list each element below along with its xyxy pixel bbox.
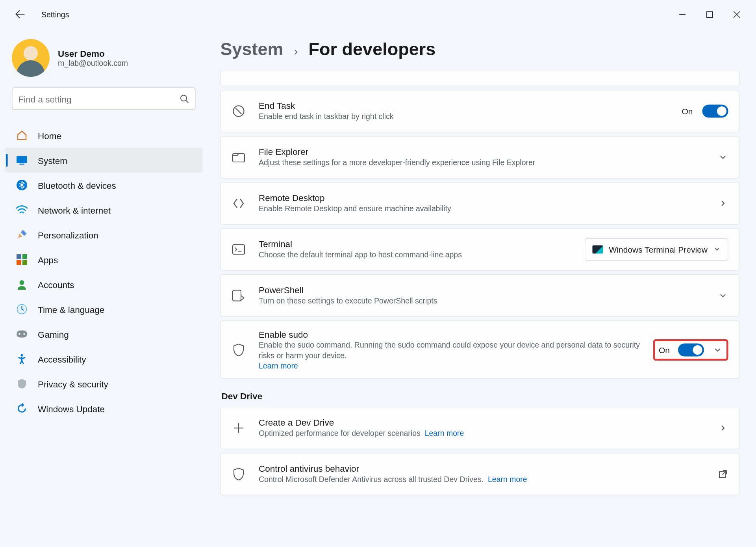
nav-label: Home	[38, 130, 61, 141]
card-file-explorer[interactable]: File Explorer Adjust these settings for …	[220, 136, 740, 179]
breadcrumb-separator: ›	[294, 45, 298, 58]
window-controls	[669, 5, 750, 24]
chevron-down-icon	[713, 246, 721, 253]
sudo-toggle-highlight: On	[653, 339, 728, 361]
minimize-button[interactable]	[669, 5, 696, 24]
card-subtitle: Enable the sudo command. Running the sud…	[259, 340, 653, 362]
card-subtitle: Choose the default terminal app to host …	[259, 249, 585, 260]
nav-label: Apps	[38, 255, 58, 265]
breadcrumb-current: For developers	[309, 39, 436, 59]
nav-accounts[interactable]: Accounts	[5, 272, 203, 297]
system-icon	[15, 154, 28, 167]
chevron-right-icon[interactable]	[718, 423, 728, 434]
app-title: Settings	[41, 10, 69, 19]
nav-time[interactable]: Time & language	[5, 297, 203, 322]
card-antivirus[interactable]: Control antivirus behavior Control Micro…	[220, 453, 740, 496]
learn-more-link[interactable]: Learn more	[488, 475, 527, 484]
svg-rect-0	[706, 11, 712, 17]
nav-gaming[interactable]: Gaming	[5, 322, 203, 346]
privacy-icon	[15, 377, 28, 390]
nav-home[interactable]: Home	[5, 123, 203, 148]
card-title: PowerShell	[259, 285, 718, 295]
end-task-icon	[232, 104, 246, 118]
card-title: Terminal	[259, 239, 585, 249]
card-subtitle: Turn on these settings to execute PowerS…	[259, 296, 718, 306]
card-title: File Explorer	[259, 147, 718, 157]
svg-rect-17	[233, 245, 245, 254]
card-subtitle: Control Microsoft Defender Antivirus acr…	[259, 474, 718, 485]
svg-rect-3	[20, 164, 24, 165]
home-icon	[15, 129, 28, 142]
nav-personalization[interactable]: Personalization	[5, 222, 203, 247]
nav-system[interactable]: System	[5, 148, 203, 173]
user-name: User Demo	[58, 48, 128, 59]
accessibility-icon	[15, 352, 28, 365]
avatar	[12, 39, 50, 77]
nav-label: Gaming	[38, 329, 69, 339]
chevron-down-icon[interactable]	[718, 290, 728, 301]
main-content: System › For developers End Task Enable …	[210, 28, 756, 547]
nav-label: Bluetooth & devices	[38, 180, 116, 190]
card-create-dev-drive[interactable]: Create a Dev Drive Optimized performance…	[220, 407, 740, 450]
nav-privacy[interactable]: Privacy & security	[5, 371, 203, 396]
sidebar: User Demo m_lab@outlook.com Home System …	[0, 28, 210, 547]
plus-icon	[232, 421, 246, 435]
svg-rect-7	[17, 260, 21, 265]
chevron-right-icon[interactable]	[718, 198, 728, 209]
dropdown-value: Windows Terminal Preview	[609, 245, 708, 254]
learn-more-link[interactable]: Learn more	[425, 429, 464, 438]
svg-rect-5	[17, 254, 21, 259]
card-subtitle: Adjust these settings for a more develop…	[259, 157, 718, 168]
close-icon	[733, 11, 740, 18]
nav-accessibility[interactable]: Accessibility	[5, 346, 203, 371]
maximize-icon	[706, 11, 713, 18]
card-subtitle: Enable end task in taskbar by right clic…	[259, 111, 682, 122]
learn-more-link[interactable]: Learn more	[259, 361, 653, 370]
svg-point-14	[21, 354, 23, 357]
nav-bluetooth[interactable]: Bluetooth & devices	[5, 173, 203, 197]
close-button[interactable]	[723, 5, 750, 24]
shield-icon	[232, 343, 246, 357]
external-link-icon[interactable]	[718, 469, 728, 480]
bluetooth-icon	[15, 179, 28, 192]
nav-label: Windows Update	[38, 404, 105, 414]
nav-label: System	[38, 155, 67, 166]
remote-desktop-icon	[232, 196, 246, 210]
sudo-toggle[interactable]	[678, 343, 704, 356]
card-enable-sudo[interactable]: Enable sudo Enable the sudo command. Run…	[220, 320, 740, 379]
powershell-icon	[232, 288, 246, 303]
terminal-app-icon	[592, 246, 603, 254]
back-button[interactable]	[11, 5, 30, 24]
nav-update[interactable]: Windows Update	[5, 396, 203, 421]
search-input[interactable]	[19, 94, 180, 104]
network-icon	[15, 203, 28, 216]
chevron-down-icon[interactable]	[712, 344, 723, 355]
nav-label: Privacy & security	[38, 379, 108, 389]
nav-label: Accessibility	[38, 354, 86, 364]
svg-rect-16	[233, 154, 245, 162]
maximize-button[interactable]	[696, 5, 723, 24]
card-end-task[interactable]: End Task Enable end task in taskbar by r…	[220, 90, 740, 132]
breadcrumb-parent[interactable]: System	[220, 39, 284, 59]
svg-point-1	[181, 95, 187, 101]
svg-rect-6	[22, 254, 27, 259]
nav-label: Network & internet	[38, 205, 111, 215]
nav-label: Personalization	[38, 230, 98, 240]
titlebar: Settings	[0, 0, 756, 28]
breadcrumb: System › For developers	[220, 39, 740, 59]
time-icon	[15, 303, 28, 316]
personalization-icon	[15, 228, 28, 241]
chevron-down-icon[interactable]	[718, 152, 728, 163]
nav-network[interactable]: Network & internet	[5, 197, 203, 222]
arrow-left-icon	[15, 9, 25, 19]
end-task-toggle[interactable]	[702, 105, 728, 118]
card-powershell[interactable]: PowerShell Turn on these settings to exe…	[220, 274, 740, 317]
card-subtitle: Enable Remote Desktop and ensure machine…	[259, 203, 718, 214]
nav-apps[interactable]: Apps	[5, 247, 203, 272]
card-remote-desktop[interactable]: Remote Desktop Enable Remote Desktop and…	[220, 182, 740, 225]
svg-rect-8	[22, 260, 27, 265]
card-terminal[interactable]: Terminal Choose the default terminal app…	[220, 228, 740, 271]
user-profile[interactable]: User Demo m_lab@outlook.com	[5, 35, 203, 87]
terminal-dropdown[interactable]: Windows Terminal Preview	[585, 238, 728, 261]
search-box[interactable]	[12, 87, 196, 110]
